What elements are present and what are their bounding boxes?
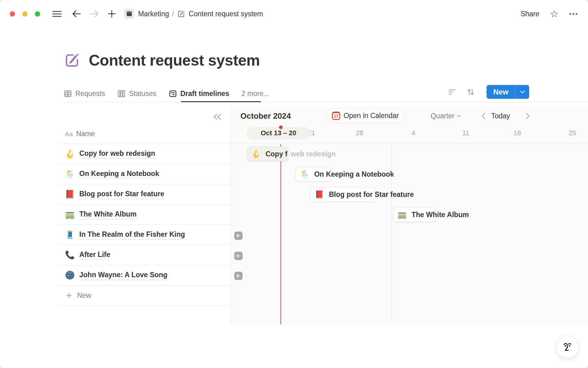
- chevron-down-icon: [457, 115, 461, 117]
- page-memo-icon: [177, 10, 185, 18]
- sort-icon[interactable]: [467, 88, 475, 96]
- column-name-label: Name: [76, 130, 95, 138]
- active-tab-underline: [181, 101, 261, 102]
- row-emoji-icon: 🪝: [65, 149, 75, 159]
- row-emoji-icon: 🚃: [65, 210, 75, 219]
- table-row[interactable]: 🪝 Copy for web redesign: [59, 144, 231, 164]
- row-emoji-icon: 🌚: [65, 270, 75, 280]
- table-row[interactable]: 🌚 John Wayne: A Love Song: [59, 265, 231, 286]
- row-title[interactable]: After Life: [79, 251, 110, 260]
- table-panel: Aa Name 🪝 Copy for web redesign 🌦️ On Ke…: [59, 106, 231, 324]
- bar-emoji-icon: 🚃: [398, 210, 407, 219]
- row-title[interactable]: John Wayne: A Love Song: [79, 271, 168, 280]
- chevron-down-icon: [520, 90, 525, 94]
- timeline-bar-on-keeping-a-notebook[interactable]: 🌦️ On Keeping a Notebook: [296, 167, 331, 182]
- window-topbar: Marketing / Content request system Share…: [0, 0, 588, 28]
- bar-emoji-icon: 📕: [315, 190, 324, 199]
- table-row[interactable]: 🌦️ On Keeping a Notebook: [59, 164, 231, 184]
- favorite-star-icon[interactable]: ☆: [550, 9, 559, 19]
- current-week-pill: Oct 13 – 20: [247, 127, 311, 139]
- traffic-lights: [10, 11, 40, 17]
- share-button[interactable]: Share: [521, 10, 539, 18]
- week-tick: 4: [412, 127, 415, 139]
- row-title[interactable]: Blog post for Star feature: [79, 190, 164, 199]
- timeline-bar-blog-post-for-star-feature[interactable]: 📕 Blog post for Star feature: [311, 187, 375, 202]
- tab-requests[interactable]: Requests: [64, 90, 105, 98]
- timeline-bar-the-white-album[interactable]: 🚃 The White Album: [393, 207, 436, 222]
- row-title[interactable]: Copy for web redesign: [79, 149, 155, 159]
- plus-icon: [66, 292, 72, 299]
- row-title[interactable]: The White Album: [79, 210, 137, 219]
- previous-period-chevron[interactable]: [481, 113, 486, 119]
- breadcrumb-page[interactable]: Content request system: [189, 10, 263, 18]
- tab-divider: [64, 102, 588, 102]
- table-row[interactable]: 🚃 The White Album: [59, 205, 231, 225]
- new-record-split-button: New: [487, 85, 529, 99]
- open-in-calendar-button[interactable]: 17 Open in Calendar: [326, 108, 405, 123]
- notion-ai-button[interactable]: [556, 335, 579, 358]
- table-row[interactable]: 📞 After Life: [59, 245, 231, 265]
- tab-statuses[interactable]: Statuses: [117, 90, 156, 98]
- ai-face-icon: [561, 340, 574, 353]
- new-row-button[interactable]: New: [59, 286, 231, 306]
- name-column-header[interactable]: Aa Name: [65, 130, 95, 138]
- week-tick: 28: [356, 127, 363, 139]
- scroll-to-bar-left-arrow[interactable]: [234, 252, 243, 260]
- breadcrumb: Marketing / Content request system: [124, 9, 263, 19]
- bar-ghost-label: web redesign: [291, 147, 336, 161]
- timeline-grid-top-line: [231, 143, 588, 144]
- scroll-to-bar-left-arrow[interactable]: [234, 272, 243, 280]
- bar-emoji-icon: 🌦️: [300, 170, 309, 178]
- scroll-to-bar-left-arrow[interactable]: [234, 232, 243, 240]
- today-button[interactable]: Today: [491, 112, 510, 120]
- table-row[interactable]: 📕 Blog post for Star feature: [59, 184, 231, 205]
- row-title[interactable]: In The Realm of the Fisher King: [79, 230, 185, 240]
- page-title-memo-icon[interactable]: [64, 52, 80, 69]
- new-record-button[interactable]: New: [487, 85, 515, 99]
- breadcrumb-separator: /: [172, 10, 174, 18]
- close-window-button[interactable]: [10, 11, 15, 17]
- timeline-zoom-select[interactable]: Quarter: [431, 112, 461, 120]
- table-row[interactable]: 🧵 In The Realm of the Fisher King: [59, 225, 231, 245]
- table-view-icon: [64, 90, 72, 98]
- row-emoji-icon: 📞: [65, 250, 75, 260]
- minimize-window-button[interactable]: [22, 11, 28, 17]
- bar-emoji-icon: 🪝: [251, 150, 261, 158]
- notion-window: Marketing / Content request system Share…: [0, 0, 588, 368]
- next-period-chevron[interactable]: [526, 113, 530, 119]
- week-tick: 25: [569, 127, 576, 139]
- breadcrumb-workspace[interactable]: Marketing: [138, 10, 169, 18]
- forward-arrow-icon[interactable]: [90, 10, 99, 18]
- page-title[interactable]: Content request system: [89, 52, 260, 69]
- row-title[interactable]: On Keeping a Notebook: [79, 170, 159, 179]
- zoom-window-button[interactable]: [35, 11, 40, 17]
- new-page-plus-icon[interactable]: [107, 10, 116, 18]
- more-options-icon[interactable]: •••: [569, 10, 579, 17]
- tab-draft-timelines[interactable]: Draft timelines: [169, 90, 229, 98]
- timeline-month-label: October 2024: [240, 111, 291, 121]
- week-tick: 11: [462, 127, 469, 139]
- new-button-dropdown[interactable]: [515, 85, 529, 99]
- sidebar-menu-icon[interactable]: [52, 10, 62, 18]
- calendar-icon: 17: [332, 112, 340, 120]
- collapse-panel-icon[interactable]: [213, 113, 222, 121]
- today-dot: [279, 125, 283, 129]
- back-arrow-icon[interactable]: [72, 10, 81, 18]
- row-emoji-icon: 📕: [65, 190, 75, 199]
- week-tick: 18: [514, 127, 521, 139]
- text-property-icon: Aa: [65, 130, 73, 138]
- today-line: [281, 144, 281, 324]
- row-emoji-icon: 🌦️: [65, 169, 75, 179]
- tab-more-views[interactable]: 2 more...: [241, 90, 269, 98]
- timeline-bar-copy-for-web-redesign[interactable]: 🪝 Copy for: [247, 147, 288, 161]
- timeline-view: October 2024 17 Open in Calendar Quarter…: [231, 106, 588, 324]
- workspace-icon[interactable]: [124, 9, 134, 19]
- board-view-icon: [117, 90, 126, 98]
- timeline-view-icon: [169, 90, 177, 98]
- row-emoji-icon: 🧵: [65, 230, 75, 240]
- filter-icon[interactable]: [448, 89, 456, 95]
